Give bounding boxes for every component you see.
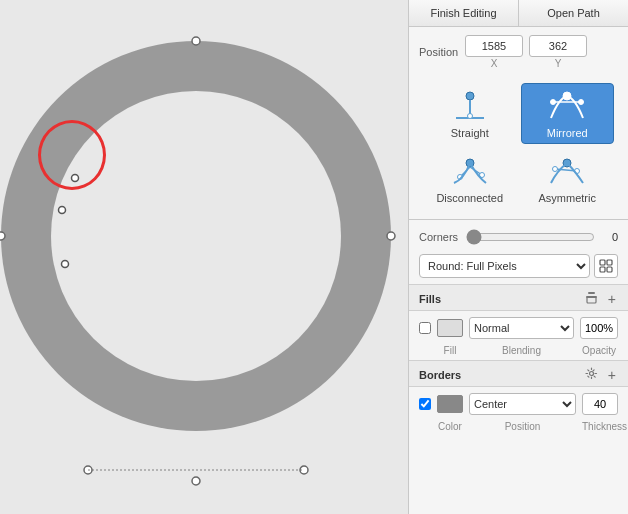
svg-rect-30 xyxy=(607,260,612,265)
svg-point-27 xyxy=(553,167,558,172)
svg-rect-32 xyxy=(607,267,612,272)
fill-color-swatch[interactable] xyxy=(437,319,463,337)
fill-checkbox[interactable] xyxy=(419,322,431,334)
borders-add-button[interactable]: + xyxy=(606,368,618,382)
svg-point-36 xyxy=(589,372,593,376)
canvas-area xyxy=(0,0,408,514)
border-checkbox[interactable] xyxy=(419,398,431,410)
border-row: Center Inside Outside xyxy=(409,387,628,421)
svg-point-11 xyxy=(59,207,66,214)
finish-editing-button[interactable]: Finish Editing xyxy=(409,0,519,26)
corners-value: 0 xyxy=(601,231,618,243)
fill-opacity-input[interactable] xyxy=(580,317,618,339)
disconnected-label: Disconnected xyxy=(436,192,503,204)
border-position-select[interactable]: Center Inside Outside xyxy=(469,393,576,415)
right-panel: Finish Editing Open Path Position X Y St… xyxy=(408,0,628,514)
fills-title: Fills xyxy=(419,293,441,305)
svg-rect-29 xyxy=(600,260,605,265)
opacity-label: Opacity xyxy=(580,345,618,356)
round-pixels-select[interactable]: Round: Full Pixels Round: Half Pixels No… xyxy=(419,254,590,278)
svg-point-4 xyxy=(387,232,395,240)
svg-rect-34 xyxy=(588,292,595,294)
svg-point-9 xyxy=(0,232,5,240)
borders-settings-button[interactable] xyxy=(583,367,600,382)
curve-type-straight[interactable]: Straight xyxy=(423,83,517,144)
fills-actions: + xyxy=(583,291,618,306)
position-y-input[interactable] xyxy=(529,35,587,57)
y-axis-label: Y xyxy=(555,58,562,69)
open-path-button[interactable]: Open Path xyxy=(519,0,628,26)
border-position-label: Position xyxy=(469,421,576,432)
position-x-group: X xyxy=(465,35,523,69)
svg-point-2 xyxy=(1,41,391,431)
position-row: Position X Y xyxy=(409,27,628,73)
svg-point-10 xyxy=(72,175,79,182)
svg-point-6 xyxy=(192,477,200,485)
round-icon-button[interactable] xyxy=(594,254,618,278)
fills-add-button[interactable]: + xyxy=(606,292,618,306)
borders-actions: + xyxy=(583,367,618,382)
fill-blending-select[interactable]: Normal Multiply Screen xyxy=(469,317,574,339)
svg-point-13 xyxy=(466,92,474,100)
svg-point-3 xyxy=(192,37,200,45)
fills-section-header: Fills + xyxy=(409,284,628,311)
fill-label: Fill xyxy=(437,345,463,356)
divider-1 xyxy=(409,219,628,220)
svg-point-12 xyxy=(62,261,69,268)
border-color-swatch[interactable] xyxy=(437,395,463,413)
corners-slider[interactable] xyxy=(466,230,595,244)
border-color-label: Color xyxy=(437,421,463,432)
mirrored-label: Mirrored xyxy=(547,127,588,139)
blending-label: Blending xyxy=(469,345,574,356)
border-labels-row: Color Position Thickness xyxy=(409,421,628,436)
straight-label: Straight xyxy=(451,127,489,139)
fill-labels-row: Fill Blending Opacity xyxy=(409,345,628,360)
position-label: Position xyxy=(419,46,459,58)
asymmetric-label: Asymmetric xyxy=(539,192,596,204)
fill-row: Normal Multiply Screen xyxy=(409,311,628,345)
position-y-group: Y xyxy=(529,35,587,69)
curve-type-asymmetric[interactable]: Asymmetric xyxy=(521,148,615,209)
border-thickness-label: Thickness xyxy=(582,421,618,432)
curve-types-grid: Straight Mirrored Disc xyxy=(409,73,628,215)
curve-type-disconnected[interactable]: Disconnected xyxy=(423,148,517,209)
round-pixels-row: Round: Full Pixels Round: Half Pixels No… xyxy=(409,250,628,284)
position-x-input[interactable] xyxy=(465,35,523,57)
borders-section-header: Borders + xyxy=(409,360,628,387)
svg-point-15 xyxy=(467,114,472,119)
corners-row: Corners 0 xyxy=(409,224,628,250)
fills-delete-button[interactable] xyxy=(583,291,600,306)
borders-title: Borders xyxy=(419,369,461,381)
svg-rect-31 xyxy=(600,267,605,272)
top-buttons: Finish Editing Open Path xyxy=(409,0,628,27)
svg-point-18 xyxy=(551,100,556,105)
border-thickness-input[interactable] xyxy=(582,393,618,415)
x-axis-label: X xyxy=(491,58,498,69)
svg-point-19 xyxy=(579,100,584,105)
curve-type-mirrored[interactable]: Mirrored xyxy=(521,83,615,144)
corners-label: Corners xyxy=(419,231,460,243)
